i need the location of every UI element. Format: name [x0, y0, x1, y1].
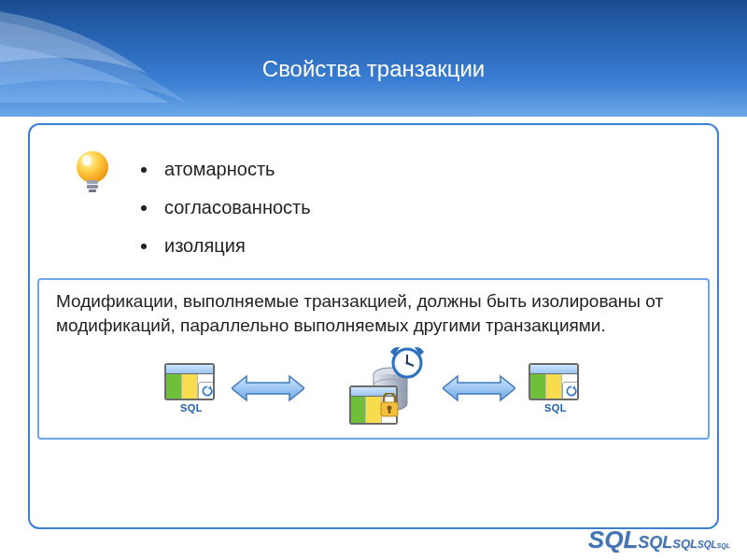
lightbulb-icon [70, 147, 115, 192]
callout-text: Модификации, выполняемые транзакцией, до… [56, 289, 691, 337]
slide-header: Свойства транзакции [0, 0, 747, 117]
bullet-atomicity: атомарность [159, 159, 311, 180]
center-db-group [317, 352, 430, 425]
footer-sql-logo: SQL SQL SQL SQL SQL [588, 525, 730, 554]
left-sql-db: SQL [164, 363, 218, 413]
isolation-diagram: SQL [56, 352, 691, 425]
svg-rect-2 [87, 180, 98, 184]
slide-title: Свойства транзакции [262, 56, 485, 82]
svg-rect-4 [89, 189, 96, 192]
svg-rect-10 [388, 409, 391, 413]
bullet-consistency: согласованность [159, 197, 311, 218]
sql-label-right: SQL [529, 402, 583, 413]
sql-label-left: SQL [164, 402, 218, 413]
properties-list: атомарность согласованность изоляция [159, 159, 311, 273]
refresh-icon [198, 382, 215, 400]
header-swoosh-decoration [0, 0, 233, 103]
refresh-icon [562, 382, 579, 400]
isolation-callout: Модификации, выполняемые транзакцией, до… [37, 278, 710, 440]
bidirectional-arrow-right [443, 374, 515, 402]
right-sql-db: SQL [529, 363, 583, 413]
svg-rect-3 [87, 185, 98, 189]
svg-point-15 [405, 362, 408, 365]
svg-point-1 [82, 155, 92, 166]
bidirectional-arrow-left [232, 374, 304, 402]
clock-icon [390, 346, 424, 380]
lock-icon [379, 393, 400, 417]
svg-point-0 [77, 151, 108, 183]
bullet-isolation: изоляция [159, 235, 311, 257]
